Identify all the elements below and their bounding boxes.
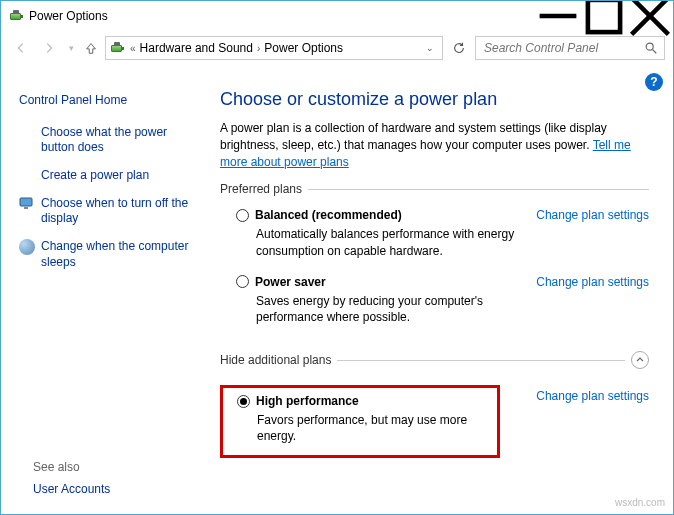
help-icon[interactable]: ? xyxy=(645,73,663,91)
monitor-icon xyxy=(19,196,35,212)
close-button[interactable] xyxy=(627,1,673,31)
watermark: wsxdn.com xyxy=(615,497,665,508)
back-button[interactable] xyxy=(9,36,33,60)
sidebar: Control Panel Home Choose what the power… xyxy=(1,83,206,488)
forward-button[interactable] xyxy=(37,36,61,60)
create-power-plan-link[interactable]: Create a power plan xyxy=(41,168,149,184)
search-box[interactable] xyxy=(475,36,665,60)
up-button[interactable] xyxy=(81,36,101,60)
plan-description: Saves energy by reducing your computer's… xyxy=(256,293,546,325)
power-options-icon xyxy=(9,8,25,24)
svg-point-4 xyxy=(646,43,653,50)
preferred-plans-header: Preferred plans xyxy=(220,182,649,196)
user-accounts-link[interactable]: User Accounts xyxy=(33,482,110,496)
turn-off-display-link[interactable]: Choose when to turn off the display xyxy=(41,196,196,227)
radio-high-performance[interactable] xyxy=(237,395,250,408)
control-panel-home-link[interactable]: Control Panel Home xyxy=(19,93,196,109)
refresh-button[interactable] xyxy=(447,36,471,60)
plan-balanced: Balanced (recommended) Change plan setti… xyxy=(220,204,649,270)
title-bar: Power Options xyxy=(1,1,673,31)
search-icon[interactable] xyxy=(644,41,658,55)
plan-name[interactable]: High performance xyxy=(256,394,359,408)
recent-locations-dropdown[interactable]: ▾ xyxy=(65,36,77,60)
svg-line-5 xyxy=(653,50,657,54)
plan-name[interactable]: Balanced (recommended) xyxy=(255,208,402,222)
change-plan-settings-link[interactable]: Change plan settings xyxy=(536,275,649,289)
navigation-bar: ▾ « Hardware and Sound › Power Options ⌄ xyxy=(1,31,673,65)
see-also-section: See also User Accounts xyxy=(33,460,110,496)
chevron-right-icon[interactable]: « xyxy=(130,43,136,54)
plan-high-performance: Change plan settings High performance Fa… xyxy=(220,377,649,469)
page-heading: Choose or customize a power plan xyxy=(220,89,649,110)
main-content: Choose or customize a power plan A power… xyxy=(206,83,673,488)
chevron-right-icon[interactable]: › xyxy=(257,43,260,54)
plan-power-saver: Power saver Change plan settings Saves e… xyxy=(220,271,649,337)
plan-description: Favors performance, but may use more ene… xyxy=(257,412,489,444)
preferred-plans-label: Preferred plans xyxy=(220,182,302,196)
plan-name[interactable]: Power saver xyxy=(255,275,326,289)
hide-additional-plans-header[interactable]: Hide additional plans xyxy=(220,351,649,369)
choose-power-button-link[interactable]: Choose what the power button does xyxy=(41,125,196,156)
change-plan-settings-link[interactable]: Change plan settings xyxy=(536,208,649,222)
power-options-icon xyxy=(110,40,126,56)
plan-description: Automatically balances performance with … xyxy=(256,226,546,258)
see-also-label: See also xyxy=(33,460,110,474)
moon-icon xyxy=(19,239,35,255)
maximize-button[interactable] xyxy=(581,1,627,31)
collapse-icon[interactable] xyxy=(631,351,649,369)
svg-rect-1 xyxy=(588,0,620,32)
blank-icon xyxy=(19,125,35,141)
minimize-button[interactable] xyxy=(535,1,581,31)
address-bar[interactable]: « Hardware and Sound › Power Options ⌄ xyxy=(105,36,443,60)
radio-power-saver[interactable] xyxy=(236,275,249,288)
breadcrumb-power-options[interactable]: Power Options xyxy=(264,41,343,55)
highlighted-plan-box: High performance Favors performance, but… xyxy=(220,385,500,457)
page-description: A power plan is a collection of hardware… xyxy=(220,120,649,170)
blank-icon xyxy=(19,168,35,184)
computer-sleeps-link[interactable]: Change when the computer sleeps xyxy=(41,239,196,270)
svg-rect-7 xyxy=(24,207,28,209)
search-input[interactable] xyxy=(482,40,640,56)
change-plan-settings-link[interactable]: Change plan settings xyxy=(536,389,649,403)
description-text: A power plan is a collection of hardware… xyxy=(220,121,607,152)
svg-rect-6 xyxy=(20,198,32,206)
hide-additional-plans-label: Hide additional plans xyxy=(220,353,331,367)
window-title: Power Options xyxy=(25,9,535,23)
radio-balanced[interactable] xyxy=(236,209,249,222)
breadcrumb-hardware-and-sound[interactable]: Hardware and Sound xyxy=(140,41,253,55)
address-dropdown-icon[interactable]: ⌄ xyxy=(422,43,438,53)
